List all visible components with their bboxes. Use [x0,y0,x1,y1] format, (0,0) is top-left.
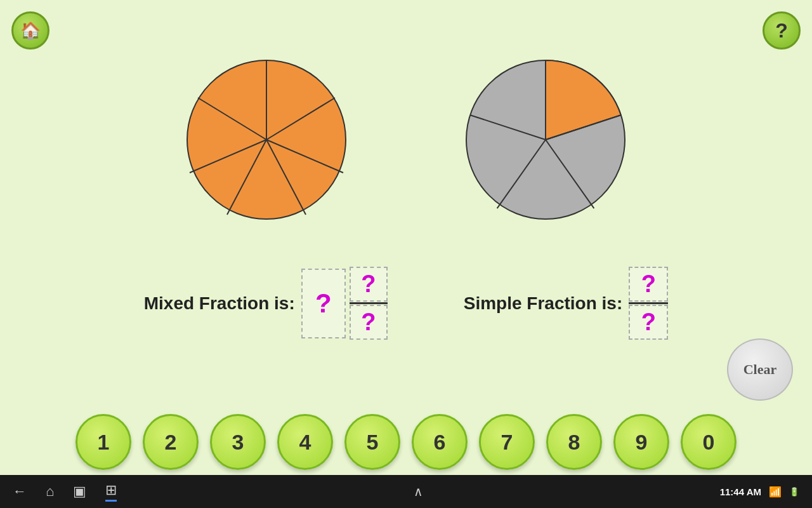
number-button-2[interactable]: 2 [143,414,199,470]
number-button-9[interactable]: 9 [613,414,669,470]
nav-right: 11:44 AM 📶 🔋 [720,486,799,498]
mixed-fraction-block: Mixed Fraction is: ? ? ? [144,267,388,340]
nav-bar: ← ⌂ ▣ ⊞ ∧ 11:44 AM 📶 🔋 [0,475,812,508]
number-button-8[interactable]: 8 [546,414,602,470]
simple-numerator-input[interactable]: ? [629,267,668,302]
help-icon: ? [775,19,788,43]
number-button-4[interactable]: 4 [277,414,333,470]
number-button-6[interactable]: 6 [412,414,468,470]
home-icon: 🏠 [20,21,41,41]
wifi-icon: 📶 [769,486,782,498]
number-button-5[interactable]: 5 [344,414,400,470]
fraction-line [350,302,388,304]
left-pie [184,57,349,222]
mixed-denominator-input[interactable]: ? [350,305,388,340]
system-home-button[interactable]: ⌂ [46,483,54,500]
recent-apps-button[interactable]: ▣ [73,483,86,500]
nav-center: ∧ [414,484,423,499]
number-button-0[interactable]: 0 [681,414,737,470]
number-button-1[interactable]: 1 [75,414,131,470]
mixed-fraction-inputs: ? ? ? [301,267,388,340]
scroll-up-button[interactable]: ∧ [414,484,423,499]
mixed-numerator-input[interactable]: ? [350,267,388,302]
simple-denominator-input[interactable]: ? [629,305,668,340]
battery-icon: 🔋 [789,487,799,497]
mixed-fraction-stack: ? ? [350,267,388,340]
right-pie [463,57,628,222]
number-buttons: 1234567890 [0,414,812,470]
fraction-area: Mixed Fraction is: ? ? ? Simple Fraction… [0,267,812,340]
help-button[interactable]: ? [763,11,801,50]
number-button-3[interactable]: 3 [210,414,266,470]
simple-fraction-label: Simple Fraction is: [464,293,623,314]
pies-area [0,57,812,222]
qr-button[interactable]: ⊞ [105,482,117,502]
back-button[interactable]: ← [13,483,27,500]
mixed-fraction-label: Mixed Fraction is: [144,293,295,314]
number-button-7[interactable]: 7 [479,414,535,470]
nav-left: ← ⌂ ▣ ⊞ [13,482,117,502]
simple-fraction-block: Simple Fraction is: ? ? [464,267,669,340]
simple-fraction-stack: ? ? [629,267,668,340]
simple-fraction-line [629,302,668,304]
time-display: 11:44 AM [720,486,761,497]
home-button[interactable]: 🏠 [11,11,49,50]
whole-number-input[interactable]: ? [301,269,346,338]
clear-button[interactable]: Clear [727,338,793,401]
